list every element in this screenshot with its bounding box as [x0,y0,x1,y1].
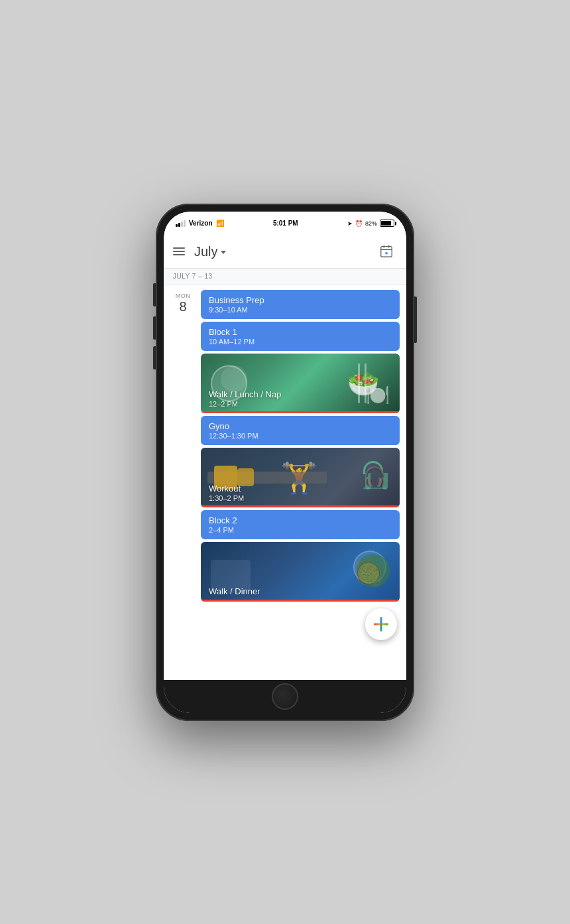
event-image-workout: Workout 1:30–2 PM [201,448,400,507]
event-gyno[interactable]: Gyno 12:30–1:30 PM [201,416,400,445]
event-time: 12:30–1:30 PM [209,432,392,440]
event-overlay: Walk / Lunch / Nap 12–2 PM [209,389,281,408]
events-list: Business Prep 9:30–10 AM Block 1 10 AM–1… [201,290,400,602]
week-range-header: JULY 7 – 13 [164,269,406,285]
plus-icon [374,617,388,631]
event-accent-bar [201,505,400,507]
carrier-label: Verizon [189,220,213,227]
status-left: Verizon 📶 [176,220,224,227]
event-time: 9:30–10 AM [209,306,392,314]
chevron-down-icon [221,251,226,254]
event-title: Walk / Lunch / Nap [209,389,281,399]
event-title: Walk / Dinner [209,586,260,596]
event-block-1[interactable]: Block 1 10 AM–12 PM [201,322,400,351]
event-image-lunch: Walk / Lunch / Nap 12–2 PM [201,354,400,413]
location-icon: ➤ [347,220,353,227]
day-name: MON [176,293,191,299]
event-overlay: Workout 1:30–2 PM [209,484,244,502]
svg-rect-0 [381,247,392,257]
event-business-prep[interactable]: Business Prep 9:30–10 AM [201,290,400,319]
event-title: Workout [209,484,244,494]
phone-frame: Verizon 📶 5:01 PM ➤ ⏰ 82% [156,204,414,721]
event-overlay: Walk / Dinner [209,586,260,596]
battery-percent: 82% [365,220,377,227]
event-block-2[interactable]: Block 2 2–4 PM [201,510,400,539]
alarm-icon: ⏰ [355,220,363,227]
calendar-icon [379,244,394,259]
event-time: 12–2 PM [209,400,281,408]
event-time: 2–4 PM [209,526,392,534]
app-header: July [164,235,406,269]
signal-icon [176,220,186,227]
event-title: Business Prep [209,295,392,305]
new-event-fab[interactable] [365,608,397,640]
month-selector[interactable]: July [194,244,369,259]
wifi-icon: 📶 [216,220,224,227]
month-label: July [194,244,218,259]
event-walk-dinner[interactable]: Walk / Dinner [201,542,400,602]
event-accent-bar [201,411,400,413]
time-display: 5:01 PM [273,220,298,227]
event-time: 10 AM–12 PM [209,338,392,346]
event-workout[interactable]: Workout 1:30–2 PM [201,448,400,507]
status-bar: Verizon 📶 5:01 PM ➤ ⏰ 82% [164,212,406,235]
battery-icon [380,220,394,227]
event-accent-bar [201,600,400,602]
home-button[interactable] [272,683,298,710]
screen-content: Verizon 📶 5:01 PM ➤ ⏰ 82% [164,212,406,713]
menu-button[interactable] [173,247,185,255]
event-title: Block 1 [209,327,392,337]
day-number: 8 [179,299,186,314]
svg-point-4 [385,252,388,255]
event-image-dinner: Walk / Dinner [201,542,400,602]
today-button[interactable] [376,241,397,262]
home-button-area [164,680,406,713]
event-title: Block 2 [209,515,392,525]
event-walk-lunch-nap[interactable]: Walk / Lunch / Nap 12–2 PM [201,354,400,413]
event-time: 1:30–2 PM [209,494,244,502]
event-title: Gyno [209,421,392,431]
phone-screen: Verizon 📶 5:01 PM ➤ ⏰ 82% [164,212,406,713]
day-label: MON 8 [170,290,196,602]
status-right: ➤ ⏰ 82% [347,220,394,227]
day-section: MON 8 Business Prep 9:30–10 AM Block 1 [164,285,406,607]
events-content[interactable]: MON 8 Business Prep 9:30–10 AM Block 1 [164,285,406,680]
